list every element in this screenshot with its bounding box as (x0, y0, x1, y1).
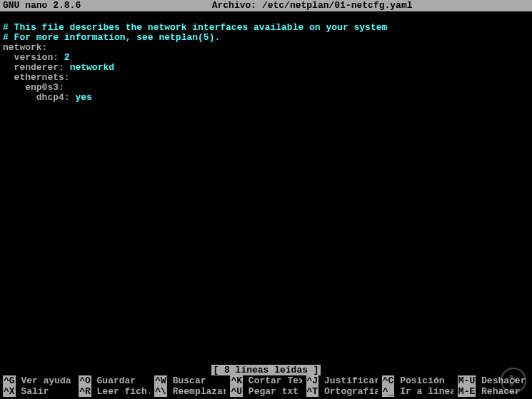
help-key-ortografia[interactable]: ^T Ortografía (306, 386, 378, 397)
help-key-cortar[interactable]: ^K Cortar Text (230, 375, 301, 386)
help-key-ir-a-linea[interactable]: ^_ Ir a línea (382, 386, 453, 397)
editor-content[interactable]: # This file describes the network interf… (0, 11, 532, 104)
svg-point-0 (511, 375, 513, 378)
comment-line: # This file describes the network interf… (3, 22, 387, 33)
file-label: Archivo: /etc/netplan/01-netcfg.yaml (95, 0, 529, 11)
comment-line: # For more information, see netplan(5). (3, 32, 220, 43)
yaml-line: dhcp4: yes (3, 92, 92, 103)
help-key-guardar[interactable]: ^O Guardar (79, 375, 150, 386)
yaml-line: version: 2 (3, 52, 70, 63)
help-key-posicion[interactable]: ^C Posición (382, 375, 453, 386)
help-key-pegar[interactable]: ^U Pegar txt (230, 386, 301, 397)
help-key-buscar[interactable]: ^W Buscar (154, 375, 226, 386)
status-text: [ 8 líneas leídas ] (211, 365, 320, 375)
yaml-line: renderer: networkd (3, 62, 114, 73)
help-key-ver-ayuda[interactable]: ^G Ver ayuda (3, 375, 74, 386)
yaml-line: enp0s3: (3, 82, 64, 93)
title-bar: GNU nano 2.8.6 Archivo: /etc/netplan/01-… (0, 0, 532, 11)
app-name: GNU nano 2.8.6 (3, 0, 95, 11)
yaml-line: network: (3, 42, 47, 53)
help-key-leer-fich[interactable]: ^R Leer fich. (79, 386, 150, 397)
status-bar: [ 8 líneas leídas ] (0, 365, 532, 375)
watermark-icon (501, 368, 526, 393)
help-key-justificar[interactable]: ^J Justificar (306, 375, 378, 386)
yaml-line: ethernets: (3, 72, 70, 83)
svg-point-2 (511, 383, 513, 385)
help-key-salir[interactable]: ^X Salir (3, 386, 74, 397)
help-key-reemplazar[interactable]: ^\ Reemplazar (154, 386, 226, 397)
help-bar: ^G Ver ayuda ^O Guardar ^W Buscar ^K Cor… (0, 375, 532, 397)
